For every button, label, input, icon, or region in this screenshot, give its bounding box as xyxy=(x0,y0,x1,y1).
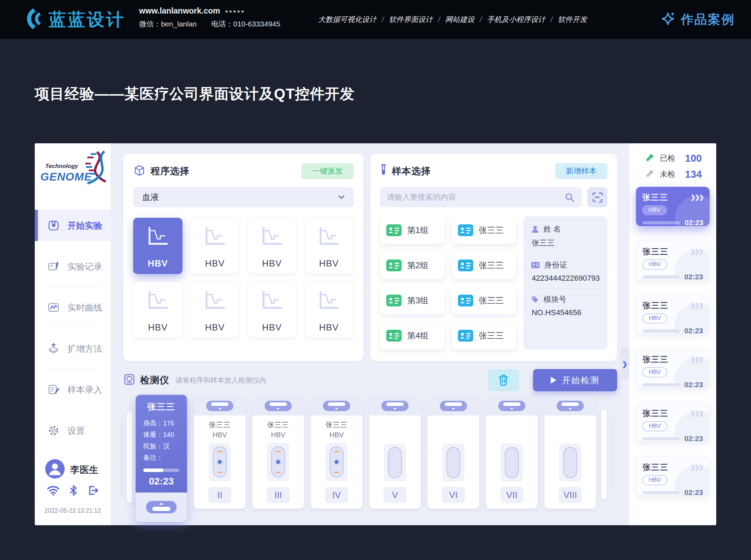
nav-item-bigdata[interactable]: 大数据可视化设计 xyxy=(318,15,377,24)
sidebar-item-sample-entry[interactable]: 样本录入 xyxy=(35,374,111,405)
slot-tab[interactable] xyxy=(486,397,538,415)
slot-test-type: HBV xyxy=(212,431,227,439)
add-sample-button[interactable]: 新增样本 xyxy=(555,163,607,179)
expanded-patient-card[interactable]: 张三三 身高：175 体重：140 民族：汉 备注： 02:23 xyxy=(136,395,187,522)
sidebar-item-realtime-curve[interactable]: 实时曲线 xyxy=(35,292,111,323)
drag-handle[interactable] xyxy=(323,401,350,411)
logo-genome-text: GENOME xyxy=(40,170,92,183)
program-card-selected[interactable]: HBV xyxy=(133,218,183,274)
search-input[interactable] xyxy=(387,193,560,202)
detector-slot-empty[interactable]: V xyxy=(369,397,421,509)
drag-handle[interactable] xyxy=(206,401,233,411)
detector-slot-empty[interactable]: VII xyxy=(486,397,538,509)
queue-card[interactable]: 张三三 ❯❯❯ HBV 02:23 xyxy=(636,295,710,334)
sidebar-item-start-experiment[interactable]: 开始实验 xyxy=(35,210,111,241)
nav-item-mobile[interactable]: 手机及小程序设计 xyxy=(487,15,546,24)
queue-card[interactable]: 张三三 ❯❯❯ HBV 02:23 xyxy=(636,241,710,280)
scan-button[interactable] xyxy=(587,187,607,207)
checked-count: 100 xyxy=(685,153,702,164)
panel-title: 样本选择 xyxy=(392,165,431,177)
nav-separator: / xyxy=(551,15,553,24)
queue-patient-name: 张三三 xyxy=(643,354,669,365)
nav-item-dev[interactable]: 软件开发 xyxy=(558,15,587,24)
wifi-icon[interactable] xyxy=(47,485,60,497)
queue-card[interactable]: 张三三 ❯❯❯ HBV 02:23 xyxy=(636,349,710,388)
logout-icon[interactable] xyxy=(87,485,99,497)
slot-tab[interactable] xyxy=(194,397,245,415)
id-card-icon xyxy=(386,259,402,271)
slot-tab[interactable] xyxy=(428,397,479,415)
nav-item-website[interactable]: 网站建设 xyxy=(445,15,475,24)
bluetooth-icon[interactable] xyxy=(69,485,78,497)
program-card[interactable]: HBV xyxy=(133,282,183,338)
group-item[interactable]: 第3组 xyxy=(380,287,445,314)
queue-panel: ❯ 已检 100 未检 134 张三三 ❯❯❯ HBV xyxy=(629,143,716,525)
stacked-slot-edge xyxy=(609,420,614,489)
slot-test-type: HBV xyxy=(329,431,344,439)
program-type-dropdown[interactable]: 血液 xyxy=(133,187,354,207)
program-card[interactable]: HBV xyxy=(247,218,297,274)
start-detection-button[interactable]: 开始检测 xyxy=(533,369,617,391)
user-block[interactable]: 李医生 xyxy=(35,459,111,480)
drag-handle[interactable] xyxy=(557,401,584,411)
doctor-name: 李医生 xyxy=(70,464,98,476)
detector-slot[interactable]: 张三三 HBV III xyxy=(252,397,304,509)
test-type-badge: HBV xyxy=(643,475,667,485)
portfolio-link[interactable]: 作品案例 xyxy=(660,0,735,39)
website-link[interactable]: www.lanlanwork.com xyxy=(139,6,220,16)
group-item[interactable]: 第1组 xyxy=(380,216,445,244)
sidebar-item-amplification-method[interactable]: 扩增方法 xyxy=(35,333,111,364)
connection-icons xyxy=(35,485,111,497)
clear-button[interactable] xyxy=(488,369,519,391)
cartridge-empty xyxy=(563,447,577,478)
program-card[interactable]: HBV xyxy=(190,218,240,274)
slot-tab[interactable] xyxy=(311,397,362,415)
group-item[interactable]: 第4组 xyxy=(380,322,445,350)
drag-handle[interactable] xyxy=(146,501,177,513)
program-card[interactable]: HBV xyxy=(190,282,240,338)
nav-item-software-ui[interactable]: 软件界面设计 xyxy=(389,15,433,24)
nav-separator: / xyxy=(438,15,440,24)
group-item[interactable]: 第2组 xyxy=(380,251,445,279)
detector-slot-empty[interactable]: VIII xyxy=(544,397,596,509)
countdown-time: 02:23 xyxy=(684,327,703,334)
slot-tab[interactable] xyxy=(544,397,596,415)
search-icon[interactable] xyxy=(564,192,575,202)
curve-icon xyxy=(204,226,226,247)
cartridge-bay xyxy=(559,444,581,481)
detector-slot-empty[interactable]: VI xyxy=(428,397,479,509)
top-nav: 大数据可视化设计 / 软件界面设计 / 网站建设 / 手机及小程序设计 / 软件… xyxy=(318,0,587,39)
sidebar-item-settings[interactable]: 设置 xyxy=(35,415,111,446)
program-card[interactable]: HBV xyxy=(304,218,354,274)
queue-card[interactable]: 张三三 ❯❯❯ HBV 02:23 xyxy=(636,402,710,442)
queue-card-active[interactable]: 张三三 ❯❯❯ HBV 02:23 xyxy=(636,187,710,226)
drag-handle[interactable] xyxy=(440,401,467,411)
queue-card[interactable]: 张三三 ❯❯❯ HBV 02:23 xyxy=(636,456,710,496)
member-item[interactable]: 张三三 xyxy=(452,287,516,314)
program-card[interactable]: HBV xyxy=(247,282,297,338)
one-key-dispatch-button[interactable]: 一键派发 xyxy=(301,163,354,179)
drag-handle[interactable] xyxy=(381,401,409,411)
sample-detail-card: 姓 名 张三三 身份证 4223444222690793 模块号 NO.HS45… xyxy=(523,216,607,350)
slot-tab[interactable] xyxy=(252,397,304,415)
slot-tab[interactable] xyxy=(369,397,421,415)
curve-chart-icon xyxy=(47,301,60,314)
drag-handle[interactable] xyxy=(265,401,292,411)
sidebar-item-label: 设置 xyxy=(67,425,85,437)
program-card[interactable]: HBV xyxy=(304,282,354,338)
member-item[interactable]: 张三三 xyxy=(452,216,516,244)
search-box xyxy=(380,187,582,207)
test-type-badge: HBV xyxy=(643,367,667,377)
drag-handle[interactable] xyxy=(498,401,525,411)
member-item[interactable]: 张三三 xyxy=(452,251,516,279)
cartridge-empty xyxy=(388,447,402,478)
checked-label: 已检 xyxy=(660,153,675,163)
detector-slot[interactable]: 张三三 HBV IV xyxy=(311,397,362,509)
sidebar-item-experiment-records[interactable]: 实验记录 xyxy=(35,251,111,282)
test-type-badge: HBV xyxy=(643,259,667,270)
detector-slot[interactable]: 张三三 HBV II xyxy=(194,397,245,509)
collapse-panel-button[interactable]: ❯ xyxy=(620,348,629,380)
cartridge-loaded xyxy=(330,446,344,478)
progress-bar xyxy=(642,221,680,224)
member-item[interactable]: 张三三 xyxy=(452,322,516,350)
